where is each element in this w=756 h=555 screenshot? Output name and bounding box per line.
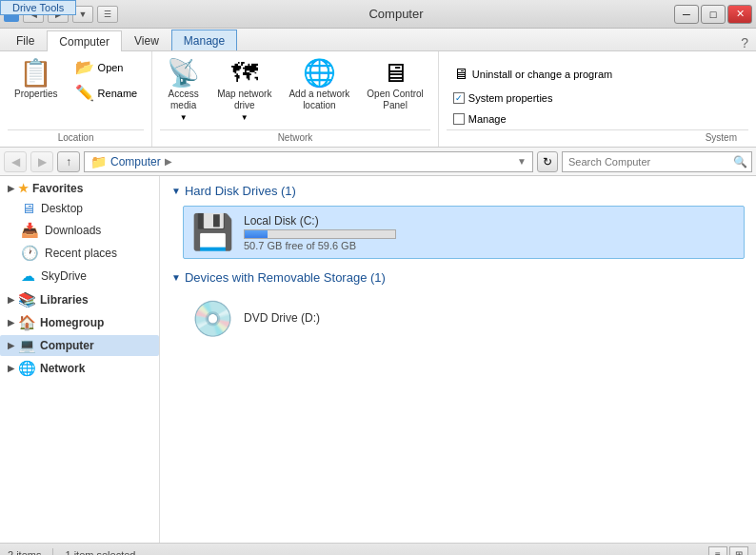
computer-label: Computer [40, 339, 94, 352]
tab-computer[interactable]: Computer [47, 30, 122, 51]
network-icon: 🌐 [18, 360, 36, 377]
favorites-chevron-icon: ▶ [8, 184, 14, 193]
manage-button[interactable]: Manage [447, 110, 513, 128]
local-disk-info: Local Disk (C:) 50.7 GB free of 59.6 GB [244, 214, 736, 251]
dvd-drive-name: DVD Drive (D:) [244, 311, 736, 325]
forward-button[interactable]: ▶ [30, 151, 53, 172]
minimize-button[interactable]: ─ [674, 5, 699, 24]
open-icon: 📂 [75, 58, 94, 76]
sidebar-favorites-header[interactable]: ▶ ★ Favorites [0, 180, 159, 197]
uninstall-icon: 🖥 [453, 66, 468, 83]
status-separator [52, 548, 53, 556]
sidebar-group-computer: ▶ 💻 Computer [0, 335, 159, 356]
titlebar-menu-btn[interactable]: ☰ [97, 6, 118, 23]
system-properties-checkbox [453, 92, 465, 104]
tab-file[interactable]: File [4, 30, 47, 50]
status-bar: 2 items 1 item selected ≡ ⊞ [0, 543, 756, 555]
main-layout: ▶ ★ Favorites 🖥 Desktop 📥 Downloads 🕐 Re… [0, 176, 756, 543]
removable-section-label: Devices with Removable Storage (1) [185, 270, 386, 285]
skydrive-icon: ☁ [21, 268, 35, 285]
manage-checkbox [453, 113, 465, 125]
close-button[interactable]: ✕ [727, 5, 752, 24]
address-dropdown-icon[interactable]: ▼ [517, 156, 527, 167]
sidebar-group-network: ▶ 🌐 Network [0, 358, 159, 379]
dvd-drive-item[interactable]: 💿 DVD Drive (D:) [183, 292, 745, 346]
local-disk-free: 50.7 GB free of 59.6 GB [244, 240, 736, 251]
search-input[interactable] [563, 156, 729, 168]
system-properties-button[interactable]: System properties [447, 89, 560, 107]
ribbon-network-section: 📡 Accessmedia ▼ 🗺 Map networkdrive ▼ 🌐 A… [152, 51, 439, 147]
address-computer[interactable]: Computer [110, 155, 161, 168]
removable-chevron-icon: ▼ [171, 272, 181, 283]
local-disk-item[interactable]: 💾 Local Disk (C:) 50.7 GB free of 59.6 G… [183, 206, 745, 259]
view-buttons: ≡ ⊞ [708, 546, 748, 556]
sidebar-item-desktop[interactable]: 🖥 Desktop [0, 197, 159, 219]
address-input[interactable]: 📁 Computer ▶ ▼ [84, 151, 533, 172]
content-area: ▼ Hard Disk Drives (1) 💾 Local Disk (C:)… [160, 176, 756, 543]
sidebar-group-homegroup: ▶ 🏠 Homegroup [0, 312, 159, 333]
tab-manage[interactable]: Manage [171, 30, 237, 50]
drive-tools-tab-header: Drive Tools [0, 0, 76, 15]
dvd-drive-info: DVD Drive (D:) [244, 311, 736, 327]
computer-chevron-icon: ▶ [8, 341, 14, 350]
favorites-label: Favorites [32, 182, 83, 195]
local-disk-icon: 💾 [191, 212, 234, 252]
search-box: 🔍 [562, 151, 752, 172]
network-label: Network [160, 129, 430, 143]
maximize-button[interactable]: □ [701, 5, 726, 24]
sidebar: ▶ ★ Favorites 🖥 Desktop 📥 Downloads 🕐 Re… [0, 176, 160, 543]
access-media-icon: 📡 [167, 60, 200, 87]
sidebar-homegroup-header[interactable]: ▶ 🏠 Homegroup [0, 312, 159, 333]
sidebar-group-favorites: ▶ ★ Favorites 🖥 Desktop 📥 Downloads 🕐 Re… [0, 180, 159, 287]
view-list-button[interactable]: ≡ [708, 546, 727, 556]
ribbon-system-section: 🖥 Uninstall or change a program System p… [439, 51, 756, 147]
sidebar-item-label-recent: Recent places [45, 247, 117, 260]
network-chevron-icon: ▶ [8, 364, 14, 373]
rename-icon: ✏️ [75, 84, 94, 102]
map-network-drive-button[interactable]: 🗺 Map networkdrive ▼ [210, 55, 278, 127]
ribbon-location-section: 📋 Properties 📂 Open ✏️ Rename Location [0, 51, 152, 147]
refresh-button[interactable]: ↻ [537, 151, 558, 172]
computer-icon: 💻 [18, 337, 36, 354]
desktop-icon: 🖥 [21, 200, 35, 216]
sidebar-item-skydrive[interactable]: ☁ SkyDrive [0, 265, 159, 287]
view-grid-button[interactable]: ⊞ [729, 546, 748, 556]
open-button[interactable]: 📂 Open [69, 55, 145, 79]
back-button[interactable]: ◀ [4, 151, 27, 172]
add-network-location-button[interactable]: 🌐 Add a networklocation [282, 55, 356, 116]
ribbon-tabs: File Computer View Manage ? [0, 29, 756, 51]
location-label: Location [8, 129, 144, 143]
title-bar: ◀ ▶ ▼ ☰ Computer ─ □ ✕ [0, 0, 756, 29]
homegroup-icon: 🏠 [18, 314, 36, 331]
add-network-location-icon: 🌐 [303, 60, 336, 87]
sidebar-item-downloads[interactable]: 📥 Downloads [0, 219, 159, 242]
control-panel-icon: 🖥 [382, 60, 408, 87]
map-network-drive-icon: 🗺 [231, 60, 258, 87]
sidebar-item-recent-places[interactable]: 🕐 Recent places [0, 242, 159, 265]
hard-disk-section-label: Hard Disk Drives (1) [185, 184, 296, 198]
open-control-panel-button[interactable]: 🖥 Open ControlPanel [360, 55, 429, 116]
libraries-label: Libraries [40, 293, 89, 307]
sidebar-computer-header[interactable]: ▶ 💻 Computer [0, 335, 159, 356]
hard-disk-chevron-icon: ▼ [171, 186, 181, 196]
sidebar-network-header[interactable]: ▶ 🌐 Network [0, 358, 159, 379]
libraries-chevron-icon: ▶ [8, 295, 14, 305]
uninstall-button[interactable]: 🖥 Uninstall or change a program [447, 63, 619, 86]
system-label: System [447, 129, 748, 143]
help-icon[interactable]: ? [741, 35, 748, 50]
recent-places-icon: 🕐 [21, 245, 39, 262]
local-disk-name: Local Disk (C:) [244, 214, 736, 228]
access-media-button[interactable]: 📡 Accessmedia ▼ [160, 55, 207, 127]
sidebar-libraries-header[interactable]: ▶ 📚 Libraries [0, 289, 159, 310]
favorites-star-icon: ★ [18, 182, 29, 195]
rename-button[interactable]: ✏️ Rename [69, 81, 145, 105]
removable-section-header: ▼ Devices with Removable Storage (1) [171, 270, 745, 285]
homegroup-label: Homegroup [40, 316, 104, 329]
search-icon[interactable]: 🔍 [729, 155, 751, 168]
tab-view[interactable]: View [122, 30, 171, 50]
properties-button[interactable]: 📋 Properties [8, 55, 65, 105]
homegroup-chevron-icon: ▶ [8, 318, 14, 327]
up-button[interactable]: ↑ [57, 151, 80, 172]
sidebar-item-label-skydrive: SkyDrive [41, 269, 87, 283]
drive-bar [245, 230, 268, 238]
